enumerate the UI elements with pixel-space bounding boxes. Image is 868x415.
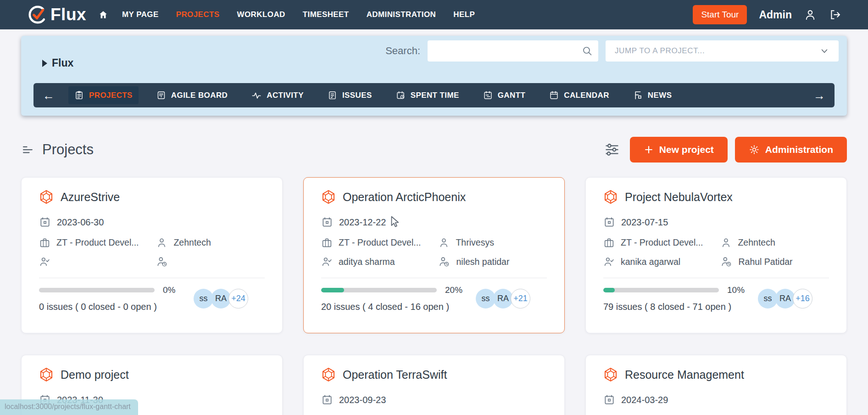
project-card-resource-management[interactable]: Resource Management 2024-03-29 Thousand … <box>585 355 847 415</box>
nav-item-my-page[interactable]: MY PAGE <box>122 10 159 19</box>
nav-item-workload[interactable]: WORKLOAD <box>237 10 285 19</box>
project-name: Demo project <box>61 368 129 381</box>
project-company: ZT - Product Devel... <box>56 237 139 248</box>
project-context-panel: Search: JUMP TO A PROJECT... Flux ← PROJ… <box>21 36 847 116</box>
project-card-operation-arcticphoenix[interactable]: Operation ArcticPhoenix 2023-12-22 ZT - … <box>303 177 565 333</box>
person-clock-icon <box>156 256 168 268</box>
project-due-date: 2023-06-30 <box>57 217 104 228</box>
avatar: RA <box>211 289 231 308</box>
person-clock-icon <box>720 256 732 268</box>
project-member: nilesh patidar <box>456 257 509 267</box>
person-icon <box>438 237 450 248</box>
project-tabbar: ← PROJECTS AGILE BOARD ACTIVITY ISSUES S… <box>33 83 835 107</box>
breadcrumb[interactable]: Flux <box>42 57 73 69</box>
kanban-board-icon <box>156 90 166 100</box>
news-icon <box>633 90 643 100</box>
project-due-date: 2023-07-15 <box>621 217 668 228</box>
filter-sliders-icon[interactable] <box>604 142 620 157</box>
calendar-icon <box>549 90 559 100</box>
user-icon[interactable] <box>804 8 817 21</box>
project-member: Rahul Patidar <box>738 257 792 267</box>
tabs-scroll-right-icon[interactable]: → <box>812 90 827 101</box>
calendar-clock-icon <box>396 90 406 100</box>
member-avatars[interactable]: ss RA +16 <box>760 289 812 308</box>
flux-logo[interactable]: Flux <box>28 5 86 25</box>
project-name: Project NebulaVortex <box>625 191 733 204</box>
breadcrumb-arrow-icon <box>42 60 47 67</box>
project-due-date: 2023-12-22 <box>339 217 386 228</box>
due-date-icon <box>603 394 615 406</box>
project-company: ZT - Product Devel... <box>621 237 703 248</box>
link-preview-status-bar: localhost:3000/projects/flux-gantt-chart <box>0 399 138 415</box>
nav-item-projects[interactable]: PROJECTS <box>176 10 220 19</box>
navbar-right: Start Tour Admin <box>693 5 841 24</box>
activity-pulse-icon <box>251 90 262 101</box>
project-manager: aditya sharma <box>339 257 395 267</box>
issues-summary: 20 issues ( 4 closed - 16 open ) <box>321 302 478 312</box>
due-date-icon <box>321 216 333 228</box>
person-check-icon <box>39 256 50 268</box>
member-avatars[interactable]: ss RA +21 <box>478 289 530 308</box>
project-due-date: 2023-09-23 <box>339 395 386 405</box>
project-due-date: 2024-03-29 <box>621 395 668 405</box>
project-card-project-nebulavortex[interactable]: Project NebulaVortex 2023-07-15 ZT - Pro… <box>585 177 847 333</box>
nav-item-help[interactable]: HELP <box>453 10 475 19</box>
avatar: ss <box>476 289 495 308</box>
top-navbar: Flux MY PAGE PROJECTS WORKLOAD TIMESHEET… <box>0 0 868 29</box>
person-check-icon <box>603 256 615 268</box>
progress-percent: 10% <box>727 285 745 295</box>
project-client: Zehntech <box>173 237 211 248</box>
tab-news[interactable]: NEWS <box>627 86 678 104</box>
progress-bar <box>321 288 437 292</box>
search-icon[interactable] <box>582 45 593 56</box>
progress-percent: 0% <box>163 285 175 295</box>
main-menu: MY PAGE PROJECTS WORKLOAD TIMESHEET ADMI… <box>122 10 475 19</box>
filter-lines-icon[interactable] <box>21 143 35 157</box>
start-tour-button[interactable]: Start Tour <box>693 5 747 24</box>
search-box <box>428 40 598 62</box>
person-icon <box>156 237 167 248</box>
home-icon[interactable] <box>98 10 108 20</box>
project-card-grid: AzureStrive 2023-06-30 ZT - Product Deve… <box>21 177 847 415</box>
due-date-icon <box>603 216 615 228</box>
card-divider <box>603 278 829 278</box>
person-clock-icon <box>438 256 450 268</box>
issues-summary: 0 issues ( 0 closed - 0 open ) <box>39 302 196 312</box>
person-check-icon <box>321 256 333 268</box>
nav-item-timesheet[interactable]: TIMESHEET <box>303 10 349 19</box>
user-name: Admin <box>759 9 792 21</box>
tab-gantt[interactable]: GANTT <box>477 86 532 104</box>
project-cube-icon <box>39 367 54 382</box>
tab-activity[interactable]: ACTIVITY <box>245 86 310 105</box>
avatar-more-count: +21 <box>511 289 530 308</box>
progress-bar <box>603 288 719 292</box>
project-card-operation-terraswift[interactable]: Operation TerraSwift 2023-09-23 Floyd Rd… <box>303 355 565 415</box>
gantt-icon <box>483 90 493 100</box>
jump-to-project-dropdown[interactable]: JUMP TO A PROJECT... <box>606 40 839 62</box>
page-title: Projects <box>42 141 94 158</box>
project-name: Operation TerraSwift <box>343 368 447 381</box>
logout-icon[interactable] <box>829 8 841 21</box>
avatar: RA <box>493 289 513 308</box>
progress-percent: 20% <box>445 285 462 295</box>
chevron-down-icon <box>819 46 829 56</box>
gear-icon <box>749 144 760 155</box>
avatar: RA <box>775 289 795 308</box>
avatar: ss <box>758 289 778 308</box>
tab-agile-board[interactable]: AGILE BOARD <box>150 86 234 104</box>
tabs-scroll-left-icon[interactable]: ← <box>41 90 56 101</box>
member-avatars[interactable]: ss RA +24 <box>196 289 248 308</box>
administration-button[interactable]: Administration <box>735 137 847 163</box>
progress-bar <box>39 288 155 292</box>
tab-spent-time[interactable]: SPENT TIME <box>390 86 465 104</box>
tab-calendar[interactable]: CALENDAR <box>543 86 615 104</box>
briefcase-icon <box>39 237 50 248</box>
tab-issues[interactable]: ISSUES <box>322 86 378 104</box>
new-project-button[interactable]: New project <box>630 137 728 163</box>
search-input[interactable] <box>433 46 582 56</box>
jump-to-project-placeholder: JUMP TO A PROJECT... <box>615 46 705 56</box>
project-name: AzureStrive <box>61 191 120 204</box>
nav-item-administration[interactable]: ADMINISTRATION <box>367 10 436 19</box>
project-card-azurestrive[interactable]: AzureStrive 2023-06-30 ZT - Product Deve… <box>21 177 283 333</box>
tab-projects[interactable]: PROJECTS <box>68 86 139 104</box>
